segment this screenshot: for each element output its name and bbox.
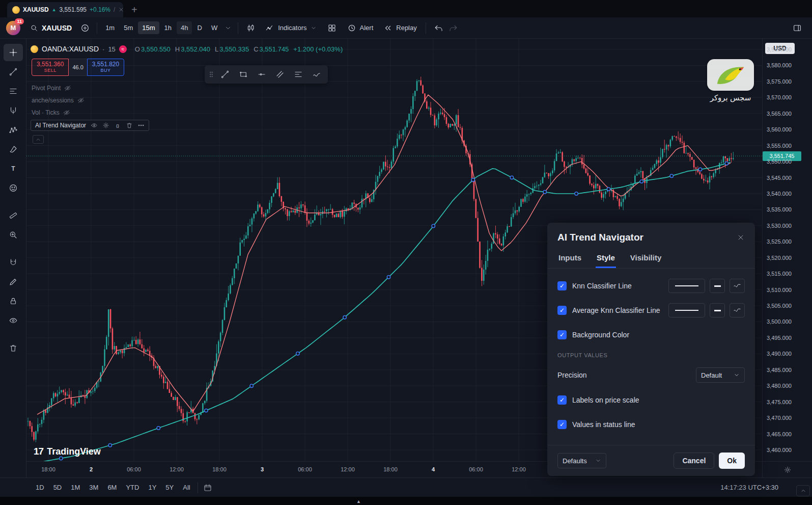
range-6m[interactable]: 6M xyxy=(103,482,121,493)
go-to-date-icon[interactable] xyxy=(203,483,212,492)
timeframe-row: 1m5m15m1h4hDW xyxy=(101,21,221,34)
symbol-status-row[interactable]: OANDA:XAUUSD · 15 ≈ O3,550.550H3,552.040… xyxy=(31,44,343,54)
timeframe-W[interactable]: W xyxy=(207,21,221,34)
tool-ruler[interactable] xyxy=(4,207,23,224)
draw-tool-curve[interactable] xyxy=(308,67,325,82)
sell-button[interactable]: 3,551.360 SELL xyxy=(32,59,69,76)
range-3m[interactable]: 3M xyxy=(85,482,102,493)
defaults-dropdown[interactable]: Defaults xyxy=(557,453,606,468)
tool-trash[interactable] xyxy=(4,339,23,357)
tool-emoji[interactable] xyxy=(4,179,23,197)
timeframe-15m[interactable]: 15m xyxy=(138,21,159,34)
symbol-tab[interactable]: XAUUSD ▲ 3,551.595 +0.16% / xyxy=(7,2,123,17)
layout-grid-icon[interactable] xyxy=(327,23,337,33)
compare-symbol-icon[interactable] xyxy=(80,23,90,33)
more-icon[interactable] xyxy=(137,122,145,129)
draw-tool-parallel-channel[interactable] xyxy=(271,67,289,82)
range-1d[interactable]: 1D xyxy=(32,482,48,493)
timeframe-D[interactable]: D xyxy=(193,21,206,34)
checkbox[interactable]: ✓ xyxy=(557,420,567,429)
alert-button[interactable]: Alert xyxy=(343,20,378,36)
indicator-row[interactable]: AI Trend Navigator{} xyxy=(31,120,149,131)
precision-dropdown[interactable]: Default xyxy=(696,367,745,383)
indicator-row[interactable]: anche/sessions xyxy=(31,94,86,107)
range-5d[interactable]: 5D xyxy=(49,482,66,493)
open-panel-button[interactable] xyxy=(796,485,810,496)
tool-crosshair[interactable] xyxy=(4,44,23,61)
indicator-row[interactable]: Pivot Point xyxy=(31,82,72,94)
timeframe-1h[interactable]: 1h xyxy=(160,21,176,34)
clock[interactable]: 14:17:23 UTC+3:30 xyxy=(720,484,778,491)
line-type-control[interactable] xyxy=(730,279,745,293)
draw-tool-trend-line[interactable] xyxy=(216,67,234,82)
dialog-tab-inputs[interactable]: Inputs xyxy=(557,249,582,268)
price-scale-settings[interactable] xyxy=(762,461,812,477)
buy-button[interactable]: 3,551.820 BUY xyxy=(87,59,124,76)
undo-icon[interactable] xyxy=(434,23,443,33)
range-1y[interactable]: 1Y xyxy=(144,482,160,493)
range-all[interactable]: All xyxy=(179,482,194,493)
range-ytd[interactable]: YTD xyxy=(122,482,143,493)
panel-toggle-icon[interactable] xyxy=(793,23,802,33)
draw-tool-horizontal-line[interactable] xyxy=(253,67,270,82)
dialog-close-icon[interactable] xyxy=(737,233,745,242)
timeframe-4h[interactable]: 4h xyxy=(177,21,192,34)
eye-icon[interactable] xyxy=(91,122,98,129)
tool-pitchfork[interactable] xyxy=(4,102,23,119)
indicators-button[interactable]: Indicators xyxy=(261,20,321,36)
checkbox-label: Values in status line xyxy=(572,420,635,429)
cancel-button[interactable]: Cancel xyxy=(674,453,714,469)
gear-icon[interactable] xyxy=(102,122,109,129)
replay-button[interactable]: Replay xyxy=(379,20,421,36)
checkbox[interactable]: ✓ xyxy=(557,330,567,339)
ok-button[interactable]: Ok xyxy=(719,453,745,469)
symbol-search-button[interactable]: XAUUSD xyxy=(25,21,76,35)
timeframe-1m[interactable]: 1m xyxy=(101,21,119,34)
indicator-row[interactable]: Vol · Ticks xyxy=(31,107,71,119)
eye-off-icon[interactable] xyxy=(64,85,71,92)
checkbox[interactable]: ✓ xyxy=(557,395,567,405)
tool-trend-line[interactable] xyxy=(4,63,23,81)
new-tab-button[interactable]: + xyxy=(131,5,137,15)
indicator-legend-rows: Pivot Pointanche/sessionsVol · TicksAI T… xyxy=(31,82,343,131)
checkbox[interactable]: ✓ xyxy=(557,281,567,290)
price-scale-label: 3,520.000 xyxy=(767,254,792,261)
tool-pencil[interactable] xyxy=(4,273,23,290)
drag-handle[interactable] xyxy=(207,71,215,78)
market-status-icon[interactable]: ≈ xyxy=(119,45,127,53)
line-color-control[interactable] xyxy=(668,279,705,293)
line-thickness-control[interactable] xyxy=(710,279,725,293)
tab-close-icon[interactable] xyxy=(118,7,124,13)
dialog-tab-style[interactable]: Style xyxy=(596,249,616,268)
time-axis-label: 18:00 xyxy=(212,466,227,472)
line-thickness-control[interactable] xyxy=(710,303,725,317)
tool-eye[interactable] xyxy=(4,312,23,329)
user-avatar[interactable]: M 11 xyxy=(6,21,20,35)
source-icon[interactable]: {} xyxy=(114,122,121,129)
tool-fib-retracement[interactable] xyxy=(4,83,23,100)
range-1m[interactable]: 1M xyxy=(67,482,84,493)
tool-pattern[interactable] xyxy=(4,121,23,139)
tool-text[interactable]: T xyxy=(4,160,23,177)
timeframe-chevron-icon[interactable] xyxy=(225,24,232,32)
timeframe-5m[interactable]: 5m xyxy=(120,21,137,34)
tool-lock[interactable] xyxy=(4,293,23,310)
eye-off-icon[interactable] xyxy=(77,97,85,104)
range-5y[interactable]: 5Y xyxy=(161,482,178,493)
line-type-control[interactable] xyxy=(730,303,745,317)
draw-tool-rectangle[interactable] xyxy=(235,67,252,82)
checkbox[interactable]: ✓ xyxy=(557,306,567,315)
chart-type-icon[interactable] xyxy=(246,23,256,33)
eye-off-icon[interactable] xyxy=(63,109,70,116)
tool-zoom[interactable] xyxy=(4,226,23,244)
trash-icon[interactable] xyxy=(126,122,133,129)
price-scale[interactable]: USD 3,551.745 3,585.0003,580.0003,575.00… xyxy=(762,39,812,461)
tool-brush[interactable] xyxy=(4,141,23,158)
dialog-tab-visibility[interactable]: Visibility xyxy=(629,249,662,268)
tool-magnet[interactable] xyxy=(4,254,23,271)
main-toolbar: M 11 XAUUSD 1m5m15m1h4hDW Indicators Ale… xyxy=(0,17,812,39)
line-color-control[interactable] xyxy=(668,303,705,317)
price-scale-label: 3,505.000 xyxy=(767,302,792,309)
legend-collapse-button[interactable] xyxy=(33,135,44,144)
draw-tool-fib-retracement[interactable] xyxy=(290,67,307,82)
